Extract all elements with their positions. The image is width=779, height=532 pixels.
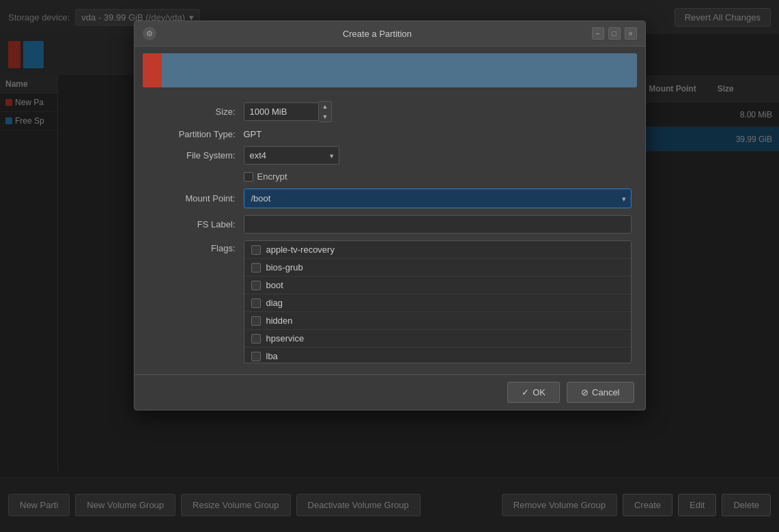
size-spinner-arrows: ▲ ▼ bbox=[319, 101, 332, 122]
flag-checkbox-boot[interactable] bbox=[251, 281, 261, 290]
mount-point-select-wrap: /boot / /home /var /tmp swap ▾ bbox=[244, 188, 632, 208]
flag-checkbox-hpservice[interactable] bbox=[251, 334, 261, 344]
fs-label-input[interactable] bbox=[244, 215, 632, 234]
dialog-overlay: ⚙ Create a Partition − □ × Size: bbox=[0, 0, 779, 532]
flag-label-hpservice: hpservice bbox=[266, 333, 304, 344]
flag-item-hpservice: hpservice bbox=[244, 330, 631, 348]
encrypt-checkbox[interactable] bbox=[244, 172, 253, 182]
mount-point-label: Mount Point: bbox=[148, 193, 244, 204]
flags-list: apple-tv-recovery bios-grub boot di bbox=[244, 240, 632, 363]
flag-label-hidden: hidden bbox=[266, 316, 293, 326]
dialog-maximize-button[interactable]: □ bbox=[608, 27, 621, 40]
flag-item-apple-tv-recovery: apple-tv-recovery bbox=[244, 241, 631, 259]
flag-item-boot: boot bbox=[244, 277, 631, 294]
dialog-title: Create a Partition bbox=[163, 29, 592, 39]
fs-label-row: FS Label: bbox=[148, 215, 632, 234]
encrypt-row: Encrypt bbox=[244, 171, 632, 182]
flag-checkbox-hidden[interactable] bbox=[251, 316, 261, 326]
fs-label-label: FS Label: bbox=[148, 219, 244, 229]
flag-item-hidden: hidden bbox=[244, 312, 631, 330]
mount-point-select[interactable]: /boot / /home /var /tmp swap bbox=[244, 188, 632, 208]
flags-label: Flags: bbox=[148, 240, 244, 253]
cancel-button[interactable]: ⊘ Cancel bbox=[567, 382, 634, 403]
dialog-controls: − □ × bbox=[592, 27, 637, 40]
partition-type-label: Partition Type: bbox=[148, 129, 244, 139]
size-spinner: ▲ ▼ bbox=[244, 101, 332, 122]
flag-checkbox-bios-grub[interactable] bbox=[251, 263, 261, 272]
flag-label-boot: boot bbox=[266, 280, 283, 290]
flag-item-lba: lba bbox=[244, 348, 631, 363]
flags-row: Flags: apple-tv-recovery bios-grub bo bbox=[148, 240, 632, 363]
dialog-partition-bar bbox=[143, 53, 637, 87]
file-system-select-wrap: ext4 ext3 ext2 fat32 ntfs swap xfs btrfs bbox=[244, 146, 339, 165]
flag-label-bios-grub: bios-grub bbox=[266, 262, 303, 272]
create-partition-dialog: ⚙ Create a Partition − □ × Size: bbox=[134, 20, 646, 410]
flag-label-diag: diag bbox=[266, 298, 283, 308]
cancel-circle-icon: ⊘ bbox=[581, 387, 589, 397]
file-system-label: File System: bbox=[148, 150, 244, 160]
dialog-body: Size: ▲ ▼ Partition Type: GPT bbox=[134, 94, 645, 374]
partition-type-row: Partition Type: GPT bbox=[148, 129, 632, 139]
mount-point-row: Mount Point: /boot / /home /var /tmp swa… bbox=[148, 188, 632, 208]
dialog-titlebar: ⚙ Create a Partition − □ × bbox=[134, 21, 645, 46]
dialog-minimize-button[interactable]: − bbox=[592, 27, 604, 40]
flag-item-bios-grub: bios-grub bbox=[244, 259, 631, 277]
size-label: Size: bbox=[148, 107, 244, 117]
ok-button[interactable]: ✓ OK bbox=[507, 382, 560, 403]
flag-item-diag: diag bbox=[244, 294, 631, 312]
file-system-row: File System: ext4 ext3 ext2 fat32 ntfs s… bbox=[148, 146, 632, 165]
partition-type-value: GPT bbox=[244, 129, 262, 139]
ok-button-label: OK bbox=[533, 387, 546, 397]
dialog-partition-free bbox=[162, 53, 637, 87]
flag-label-apple-tv-recovery: apple-tv-recovery bbox=[266, 244, 335, 255]
flag-label-lba: lba bbox=[266, 351, 278, 361]
dialog-partition-used bbox=[143, 53, 162, 87]
dialog-close-button[interactable]: × bbox=[625, 27, 637, 40]
file-system-select[interactable]: ext4 ext3 ext2 fat32 ntfs swap xfs btrfs bbox=[244, 146, 339, 165]
size-input[interactable] bbox=[244, 102, 319, 121]
flag-checkbox-lba[interactable] bbox=[251, 352, 261, 361]
dialog-footer: ✓ OK ⊘ Cancel bbox=[134, 374, 645, 410]
ok-checkmark-icon: ✓ bbox=[522, 387, 529, 397]
size-increment-button[interactable]: ▲ bbox=[319, 102, 332, 112]
main-window: Storage device: vda - 39.99 GiB (/dev/vd… bbox=[0, 0, 779, 532]
flag-checkbox-apple-tv-recovery[interactable] bbox=[251, 245, 261, 255]
dialog-app-icon: ⚙ bbox=[143, 27, 156, 40]
encrypt-label: Encrypt bbox=[257, 171, 287, 182]
size-decrement-button[interactable]: ▼ bbox=[319, 112, 332, 122]
size-row: Size: ▲ ▼ bbox=[148, 101, 632, 122]
cancel-button-label: Cancel bbox=[592, 387, 619, 397]
flag-checkbox-diag[interactable] bbox=[251, 298, 261, 308]
